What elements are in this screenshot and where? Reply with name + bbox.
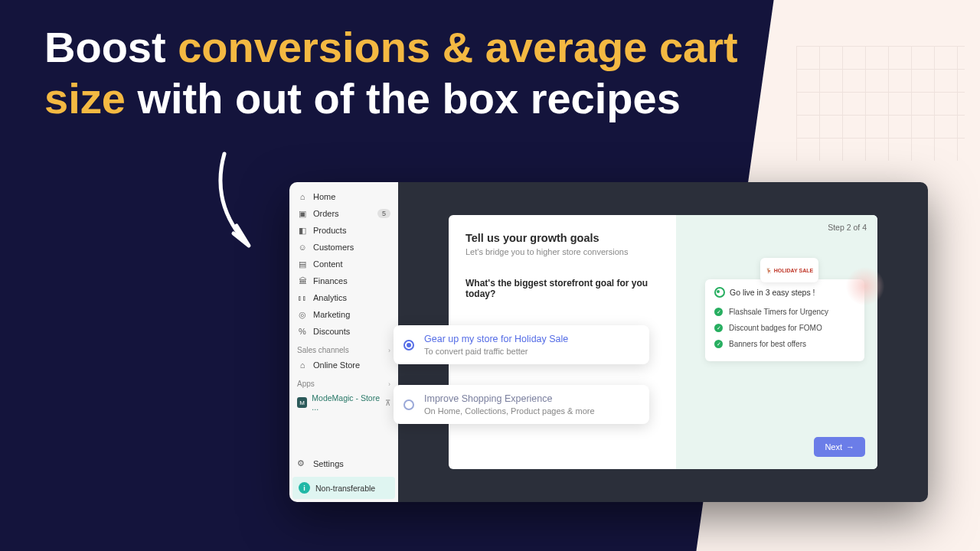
next-button[interactable]: Next→ [814, 437, 865, 457]
radio-selected-icon [403, 340, 414, 350]
section-label: Apps [297, 380, 315, 388]
preview-card: HOLIDAY SALE Go live in 3 easy steps ! ✓… [705, 279, 864, 361]
sidebar-item-finances[interactable]: 🏛Finances [289, 272, 398, 289]
dialog-left-panel: Tell us your growth goals Let's bridge y… [449, 215, 676, 469]
background-grid-pattern [796, 46, 965, 161]
check-icon: ✓ [714, 308, 723, 316]
arrow-annotation [203, 149, 272, 256]
finances-icon: 🏛 [297, 276, 308, 286]
marketing-headline: Boost conversions & average cart size wi… [44, 21, 772, 124]
app-window: ⌂Home ▣Orders5 ◧Products ☺Customers ▤Con… [289, 182, 928, 502]
customers-icon: ☺ [297, 242, 308, 253]
option-desc: On Home, Collections, Product pages & mo… [424, 406, 637, 416]
footer-label: Non-transferable [315, 484, 375, 493]
sidebar-item-label: Orders [313, 209, 339, 218]
dialog-question: What's the biggest storefront goal for y… [466, 278, 659, 299]
go-live-heading: Go live in 3 easy steps ! [714, 287, 855, 298]
sidebar-item-label: Home [313, 192, 335, 201]
preview-list: ✓Flashsale Timers for Urgency ✓Discount … [714, 304, 855, 352]
dialog-right-panel: Step 2 of 4 HOLIDAY SALE Go live in 3 ea… [676, 215, 877, 469]
sidebar-item-label: Analytics [313, 293, 347, 302]
home-icon: ⌂ [297, 191, 308, 202]
admin-sidebar: ⌂Home ▣Orders5 ◧Products ☺Customers ▤Con… [289, 182, 398, 502]
sidebar-section-apps[interactable]: Apps› [289, 373, 398, 390]
step-indicator: Step 2 of 4 [828, 223, 867, 232]
sidebar-item-label: Marketing [313, 310, 350, 319]
decorative-blob [846, 267, 884, 305]
pin-icon[interactable]: ⊼ [385, 399, 390, 407]
sidebar-item-label: Online Store [313, 360, 360, 370]
orders-badge: 5 [377, 209, 390, 218]
sidebar-item-label: Settings [313, 459, 344, 468]
check-icon: ✓ [714, 324, 723, 332]
dialog-title: Tell us your growth goals [466, 232, 659, 244]
next-label: Next [825, 442, 842, 452]
sidebar-item-orders[interactable]: ▣Orders5 [289, 205, 398, 222]
sidebar-footer-notice: iNon-transferable [292, 477, 395, 499]
check-icon: ✓ [714, 340, 723, 348]
option-title: Gear up my store for Holiday Sale [424, 334, 637, 344]
marketing-icon: ◎ [297, 309, 308, 320]
sidebar-item-label: Discounts [313, 327, 350, 336]
analytics-icon: ⫾⫾ [297, 292, 308, 303]
preview-item-label: Banners for best offers [729, 340, 806, 348]
goal-option-shopping-experience[interactable]: Improve Shopping Experience On Home, Col… [394, 385, 649, 424]
info-icon: i [299, 482, 310, 494]
arrow-right-icon: → [846, 442, 854, 452]
dialog-subtitle: Let's bridge you to higher store convers… [466, 247, 659, 256]
radio-unselected-icon [403, 399, 414, 410]
preview-item-label: Discount badges for FOMO [729, 324, 822, 332]
chevron-right-icon: › [388, 347, 390, 354]
preview-item: ✓Discount badges for FOMO [714, 320, 855, 336]
discounts-icon: % [297, 326, 308, 337]
store-icon: ⌂ [297, 360, 308, 370]
preview-item: ✓Flashsale Timers for Urgency [714, 304, 855, 320]
orders-icon: ▣ [297, 208, 308, 219]
preview-item: ✓Banners for best offers [714, 336, 855, 352]
goal-option-holiday-sale[interactable]: Gear up my store for Holiday Sale To con… [394, 325, 649, 364]
sidebar-item-label: Finances [313, 276, 348, 285]
sidebar-item-label: Content [313, 259, 343, 269]
sidebar-item-online-store[interactable]: ⌂Online Store [289, 357, 398, 373]
sidebar-item-products[interactable]: ◧Products [289, 222, 398, 239]
app-label: ModeMagic - Store ... [312, 393, 385, 412]
sidebar-section-sales[interactable]: Sales channels› [289, 340, 398, 357]
headline-part1: Boost [44, 23, 178, 71]
gear-icon: ⚙ [297, 458, 308, 468]
sidebar-item-label: Products [313, 226, 346, 235]
sidebar-app-modemagic[interactable]: MModeMagic - Store ...⊼ [289, 390, 398, 415]
sidebar-item-home[interactable]: ⌂Home [289, 188, 398, 205]
headline-part2: with out of the box recipes [126, 74, 681, 122]
sidebar-item-customers[interactable]: ☺Customers [289, 239, 398, 256]
badge-label: HOLIDAY SALE [766, 268, 813, 273]
holiday-sale-badge: HOLIDAY SALE [760, 258, 818, 282]
chevron-right-icon: › [388, 380, 390, 388]
content-icon: ▤ [297, 259, 308, 269]
option-desc: To convert paid traffic better [424, 347, 637, 356]
preview-item-label: Flashsale Timers for Urgency [729, 308, 828, 316]
app-icon: M [297, 397, 307, 408]
section-label: Sales channels [297, 346, 349, 354]
sidebar-item-marketing[interactable]: ◎Marketing [289, 306, 398, 323]
sidebar-item-label: Customers [313, 243, 354, 252]
sidebar-item-analytics[interactable]: ⫾⫾Analytics [289, 289, 398, 306]
sidebar-item-content[interactable]: ▤Content [289, 256, 398, 272]
option-title: Improve Shopping Experience [424, 393, 637, 404]
sidebar-item-discounts[interactable]: %Discounts [289, 323, 398, 340]
sidebar-item-settings[interactable]: ⚙Settings [289, 455, 398, 472]
onboarding-dialog: Tell us your growth goals Let's bridge y… [449, 215, 877, 469]
products-icon: ◧ [297, 225, 308, 236]
main-content: Tell us your growth goals Let's bridge y… [398, 182, 928, 502]
